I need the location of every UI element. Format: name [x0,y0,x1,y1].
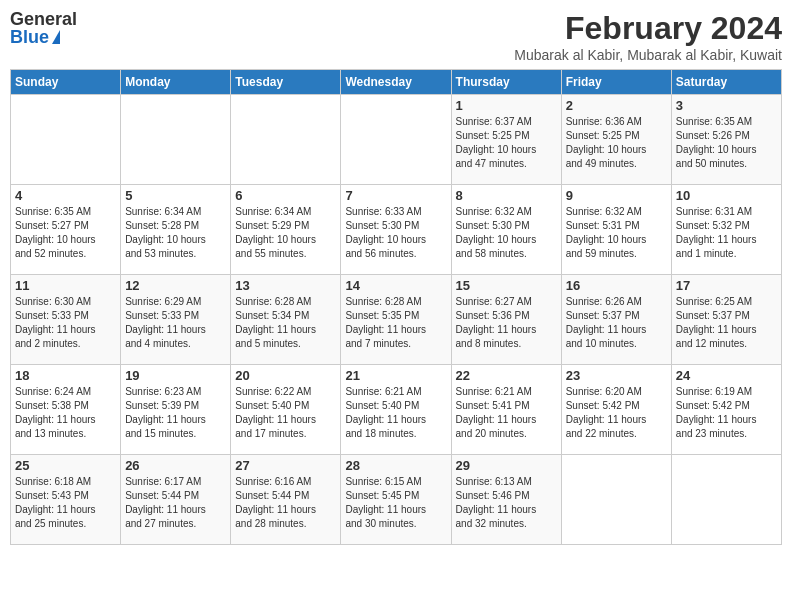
cell-info-text: Sunrise: 6:28 AM [345,295,446,309]
cell-info-text: Sunset: 5:44 PM [235,489,336,503]
cell-info-text: Sunset: 5:40 PM [345,399,446,413]
cell-info-text: Sunset: 5:36 PM [456,309,557,323]
cell-info-text: Sunset: 5:44 PM [125,489,226,503]
cell-info-text: Sunset: 5:26 PM [676,129,777,143]
day-number: 2 [566,98,667,113]
calendar-cell [11,95,121,185]
cell-info-text: Daylight: 11 hours [125,323,226,337]
cell-info-text: and 30 minutes. [345,517,446,531]
day-number: 24 [676,368,777,383]
calendar-cell: 21Sunrise: 6:21 AMSunset: 5:40 PMDayligh… [341,365,451,455]
cell-info-text: and 47 minutes. [456,157,557,171]
calendar-cell: 28Sunrise: 6:15 AMSunset: 5:45 PMDayligh… [341,455,451,545]
day-header-wednesday: Wednesday [341,70,451,95]
cell-info-text: Daylight: 10 hours [235,233,336,247]
cell-info-text: Sunrise: 6:28 AM [235,295,336,309]
cell-info-text: Daylight: 11 hours [456,503,557,517]
day-number: 16 [566,278,667,293]
cell-info-text: Sunset: 5:31 PM [566,219,667,233]
calendar-cell: 16Sunrise: 6:26 AMSunset: 5:37 PMDayligh… [561,275,671,365]
calendar-week-row: 11Sunrise: 6:30 AMSunset: 5:33 PMDayligh… [11,275,782,365]
calendar-cell: 12Sunrise: 6:29 AMSunset: 5:33 PMDayligh… [121,275,231,365]
calendar-table: SundayMondayTuesdayWednesdayThursdayFrid… [10,69,782,545]
day-number: 17 [676,278,777,293]
day-number: 22 [456,368,557,383]
calendar-body: 1Sunrise: 6:37 AMSunset: 5:25 PMDaylight… [11,95,782,545]
cell-info-text: Sunrise: 6:24 AM [15,385,116,399]
calendar-cell [671,455,781,545]
cell-info-text: Sunrise: 6:32 AM [566,205,667,219]
cell-info-text: Sunrise: 6:21 AM [456,385,557,399]
cell-info-text: Daylight: 10 hours [125,233,226,247]
cell-info-text: and 28 minutes. [235,517,336,531]
cell-info-text: Sunset: 5:40 PM [235,399,336,413]
calendar-cell: 7Sunrise: 6:33 AMSunset: 5:30 PMDaylight… [341,185,451,275]
day-number: 4 [15,188,116,203]
cell-info-text: Sunset: 5:42 PM [676,399,777,413]
cell-info-text: Sunset: 5:27 PM [15,219,116,233]
day-number: 26 [125,458,226,473]
calendar-week-row: 4Sunrise: 6:35 AMSunset: 5:27 PMDaylight… [11,185,782,275]
cell-info-text: Sunrise: 6:37 AM [456,115,557,129]
cell-info-text: Sunrise: 6:27 AM [456,295,557,309]
cell-info-text: and 2 minutes. [15,337,116,351]
cell-info-text: Sunset: 5:25 PM [456,129,557,143]
cell-info-text: and 20 minutes. [456,427,557,441]
cell-info-text: and 22 minutes. [566,427,667,441]
cell-info-text: and 17 minutes. [235,427,336,441]
calendar-cell: 26Sunrise: 6:17 AMSunset: 5:44 PMDayligh… [121,455,231,545]
day-header-monday: Monday [121,70,231,95]
cell-info-text: and 12 minutes. [676,337,777,351]
calendar-cell: 23Sunrise: 6:20 AMSunset: 5:42 PMDayligh… [561,365,671,455]
calendar-cell: 8Sunrise: 6:32 AMSunset: 5:30 PMDaylight… [451,185,561,275]
cell-info-text: Daylight: 10 hours [676,143,777,157]
calendar-cell [561,455,671,545]
cell-info-text: Daylight: 11 hours [15,413,116,427]
cell-info-text: Daylight: 11 hours [456,413,557,427]
day-number: 25 [15,458,116,473]
cell-info-text: Sunrise: 6:35 AM [15,205,116,219]
calendar-cell: 25Sunrise: 6:18 AMSunset: 5:43 PMDayligh… [11,455,121,545]
day-number: 7 [345,188,446,203]
cell-info-text: and 5 minutes. [235,337,336,351]
cell-info-text: Sunset: 5:37 PM [566,309,667,323]
cell-info-text: Sunset: 5:35 PM [345,309,446,323]
calendar-cell [121,95,231,185]
day-number: 14 [345,278,446,293]
cell-info-text: Sunrise: 6:31 AM [676,205,777,219]
day-number: 28 [345,458,446,473]
location-subtitle: Mubarak al Kabir, Mubarak al Kabir, Kuwa… [514,47,782,63]
day-number: 8 [456,188,557,203]
cell-info-text: Sunrise: 6:32 AM [456,205,557,219]
cell-info-text: and 59 minutes. [566,247,667,261]
cell-info-text: Sunset: 5:33 PM [15,309,116,323]
logo: General Blue [10,10,77,46]
day-number: 9 [566,188,667,203]
cell-info-text: and 25 minutes. [15,517,116,531]
cell-info-text: Daylight: 10 hours [566,233,667,247]
cell-info-text: Daylight: 11 hours [15,503,116,517]
calendar-week-row: 25Sunrise: 6:18 AMSunset: 5:43 PMDayligh… [11,455,782,545]
cell-info-text: Daylight: 11 hours [15,323,116,337]
day-number: 20 [235,368,336,383]
cell-info-text: Sunrise: 6:17 AM [125,475,226,489]
calendar-cell: 10Sunrise: 6:31 AMSunset: 5:32 PMDayligh… [671,185,781,275]
cell-info-text: and 4 minutes. [125,337,226,351]
cell-info-text: Daylight: 11 hours [235,413,336,427]
cell-info-text: Daylight: 11 hours [456,323,557,337]
header: General Blue February 2024 Mubarak al Ka… [10,10,782,63]
cell-info-text: Sunset: 5:32 PM [676,219,777,233]
cell-info-text: Sunset: 5:37 PM [676,309,777,323]
day-header-saturday: Saturday [671,70,781,95]
calendar-header-row: SundayMondayTuesdayWednesdayThursdayFrid… [11,70,782,95]
cell-info-text: Daylight: 11 hours [235,503,336,517]
cell-info-text: Daylight: 10 hours [566,143,667,157]
title-section: February 2024 Mubarak al Kabir, Mubarak … [514,10,782,63]
cell-info-text: Sunrise: 6:18 AM [15,475,116,489]
cell-info-text: Sunset: 5:29 PM [235,219,336,233]
cell-info-text: Daylight: 11 hours [676,323,777,337]
calendar-cell: 5Sunrise: 6:34 AMSunset: 5:28 PMDaylight… [121,185,231,275]
calendar-cell: 6Sunrise: 6:34 AMSunset: 5:29 PMDaylight… [231,185,341,275]
calendar-cell: 13Sunrise: 6:28 AMSunset: 5:34 PMDayligh… [231,275,341,365]
day-number: 21 [345,368,446,383]
